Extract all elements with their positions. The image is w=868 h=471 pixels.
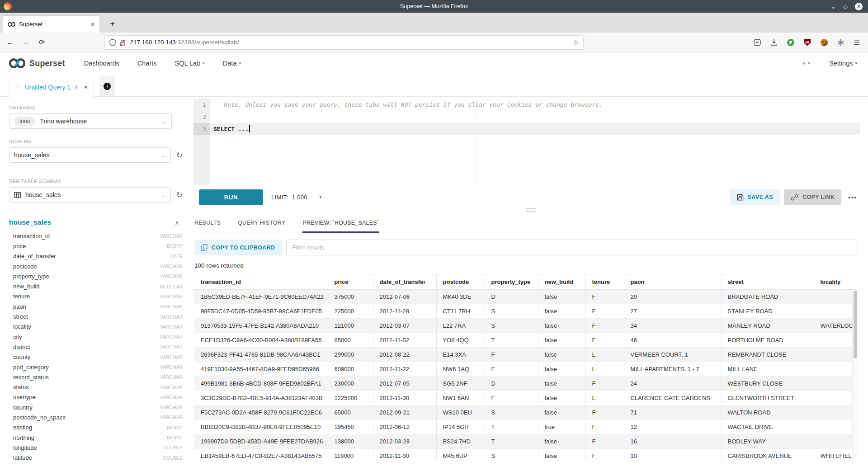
results-header-cell[interactable]: street bbox=[721, 274, 814, 290]
results-header-cell[interactable]: postcode bbox=[436, 274, 485, 290]
menu-icon[interactable]: ☰ bbox=[854, 38, 860, 47]
query-tab[interactable]: ⋮ Untitled Query 1 ✕ bbox=[9, 77, 94, 97]
table-cell: L bbox=[585, 362, 624, 377]
table-cell: false bbox=[538, 391, 585, 405]
back-button[interactable]: ← bbox=[6, 38, 14, 47]
table-cell: 71 bbox=[624, 405, 721, 420]
window-maximize-button[interactable]: ◇ bbox=[843, 4, 848, 9]
tracking-shield-icon[interactable] bbox=[109, 39, 116, 46]
superset-logo[interactable]: Superset bbox=[9, 57, 65, 69]
results-header-cell[interactable]: locality bbox=[814, 274, 857, 290]
table-cell: F bbox=[485, 348, 538, 362]
colorful-asterisk-icon[interactable] bbox=[837, 39, 844, 46]
results-header-cell[interactable]: property_type bbox=[485, 274, 538, 290]
copy-link-button[interactable]: COPY LINK bbox=[784, 189, 841, 205]
lock-insecure-icon[interactable] bbox=[120, 39, 126, 46]
column-name: northing bbox=[13, 434, 167, 441]
drag-grip-icon[interactable]: ⋮ bbox=[15, 84, 21, 90]
column-row: postcode_no_spaceVARCHAR bbox=[9, 412, 183, 422]
table-cell: 3C3C29DC-B7B2-4BE5-914A-A38123AF403B bbox=[194, 391, 328, 405]
results-header-cell[interactable]: new_build bbox=[538, 274, 585, 290]
results-tab-query-history[interactable]: QUERY HISTORY bbox=[238, 220, 285, 232]
table-cell: 12 bbox=[624, 420, 721, 434]
table-cell: 2012-11-22 bbox=[373, 362, 436, 377]
chevron-down-icon: ▾ bbox=[239, 61, 241, 66]
refresh-table-icon[interactable]: ↻ bbox=[176, 191, 183, 199]
table-cell: WATERLOO bbox=[814, 319, 857, 333]
extension-green-icon[interactable] bbox=[787, 39, 794, 46]
new-tab-button[interactable]: + bbox=[106, 15, 119, 33]
refresh-schema-icon[interactable]: ↻ bbox=[176, 151, 183, 159]
table-name-heading: house_sales bbox=[9, 218, 175, 226]
column-name: status bbox=[13, 384, 160, 391]
results-header-cell[interactable]: tenure bbox=[585, 274, 624, 290]
column-type: BIGINT bbox=[167, 243, 183, 249]
nav-item-label: SQL Lab bbox=[175, 60, 201, 67]
table-grid-icon bbox=[14, 192, 21, 198]
browser-tab-close-icon[interactable]: ✕ bbox=[90, 21, 95, 28]
window-close-button[interactable]: ✕ bbox=[855, 3, 863, 10]
collapse-chevron-icon[interactable]: ∧ bbox=[175, 219, 179, 226]
nav-item-data[interactable]: Data▾ bbox=[223, 60, 241, 67]
table-cell: NW6 1AQ bbox=[436, 362, 485, 377]
column-row: ppd_categoryVARCHAR bbox=[9, 362, 183, 372]
column-row: latitudeDOUBLE bbox=[9, 453, 183, 463]
pane-resize-handle[interactable] bbox=[526, 208, 536, 213]
column-row: localityVARCHAR bbox=[9, 322, 183, 332]
table-cell: false bbox=[538, 304, 585, 319]
nav-item-charts[interactable]: Charts bbox=[137, 60, 157, 67]
editor-code-area[interactable]: -- Note: Unless you save your query, the… bbox=[210, 99, 860, 185]
nav-item-dashboards[interactable]: Dashboards bbox=[84, 60, 119, 67]
results-header-cell[interactable]: paon bbox=[624, 274, 721, 290]
settings-menu[interactable]: Settings▾ bbox=[829, 60, 857, 67]
url-bar[interactable]: 217.160.120.143:32393/superset/sqllab/ ☆ bbox=[104, 35, 584, 50]
table-scrollbar-thumb[interactable] bbox=[854, 291, 857, 358]
column-name: usertype bbox=[13, 394, 160, 400]
results-header-row: transaction_idpricedate_of_transferpostc… bbox=[194, 274, 857, 290]
save-as-button[interactable]: SAVE AS bbox=[730, 189, 780, 205]
ublock-shield-icon[interactable]: uB bbox=[804, 39, 811, 46]
column-name: ppd_category bbox=[13, 364, 160, 371]
more-actions-button[interactable]: ••• bbox=[845, 194, 860, 201]
table-cell: BODLEY WAY bbox=[721, 434, 814, 449]
bookmark-star-icon[interactable]: ☆ bbox=[573, 38, 579, 47]
sql-editor[interactable]: 123 -- Note: Unless you save your query,… bbox=[193, 99, 860, 185]
column-name: paon bbox=[13, 303, 160, 310]
column-name: longitude bbox=[13, 444, 163, 451]
table-cell: D bbox=[485, 377, 538, 391]
column-row: countryVARCHAR bbox=[9, 402, 183, 412]
cookie-icon[interactable] bbox=[821, 39, 828, 46]
pocket-icon[interactable] bbox=[754, 39, 761, 46]
results-header-cell[interactable]: transaction_id bbox=[194, 274, 328, 290]
results-header-cell[interactable]: date_of_transfer bbox=[373, 274, 436, 290]
table-cell: BS24 7HD bbox=[436, 434, 485, 449]
table-row: 499B1981-3B6B-4BCD-808F-9FED9802BFA12300… bbox=[194, 377, 857, 391]
results-tab-results[interactable]: RESULTS bbox=[194, 220, 221, 232]
database-select[interactable]: trino Trino warehouse ⌄ bbox=[9, 113, 172, 129]
download-icon[interactable] bbox=[770, 39, 778, 46]
column-type: VARCHAR bbox=[160, 374, 183, 380]
table-cell: 195450 bbox=[328, 420, 373, 434]
table-select[interactable]: house_sales ⌄ bbox=[9, 187, 171, 203]
add-new-button[interactable]: +▾ bbox=[802, 59, 810, 68]
schema-select[interactable]: house_sales ⌄ bbox=[9, 147, 171, 163]
add-query-tab-button[interactable]: + bbox=[99, 76, 115, 96]
column-row: priceBIGINT bbox=[9, 241, 183, 251]
query-tab-close-icon[interactable]: ✕ bbox=[84, 84, 88, 90]
reload-button[interactable]: ⟳ bbox=[39, 38, 45, 47]
filter-results-input[interactable] bbox=[286, 240, 857, 255]
table-cell: T bbox=[485, 420, 538, 434]
table-cell: L bbox=[585, 391, 624, 405]
copy-to-clipboard-button[interactable]: COPY TO CLIPBOARD bbox=[194, 240, 282, 255]
window-minimize-button[interactable]: ⌄ bbox=[831, 4, 836, 9]
column-type: VARCHAR bbox=[160, 314, 183, 320]
forward-button[interactable]: → bbox=[23, 38, 30, 47]
run-button[interactable]: RUN bbox=[199, 189, 263, 205]
results-tab-preview[interactable]: PREVIEW: `HOUSE_SALES` bbox=[302, 220, 379, 232]
nav-item-sql-lab[interactable]: SQL Lab▾ bbox=[175, 60, 205, 67]
column-name: new_build bbox=[13, 283, 160, 290]
limit-dropdown[interactable]: LIMIT: 1 000 ▾ bbox=[271, 194, 321, 201]
results-header-cell[interactable]: price bbox=[328, 274, 373, 290]
tab-state-dot-icon bbox=[75, 85, 78, 89]
browser-tab[interactable]: Superset ✕ bbox=[3, 15, 100, 33]
